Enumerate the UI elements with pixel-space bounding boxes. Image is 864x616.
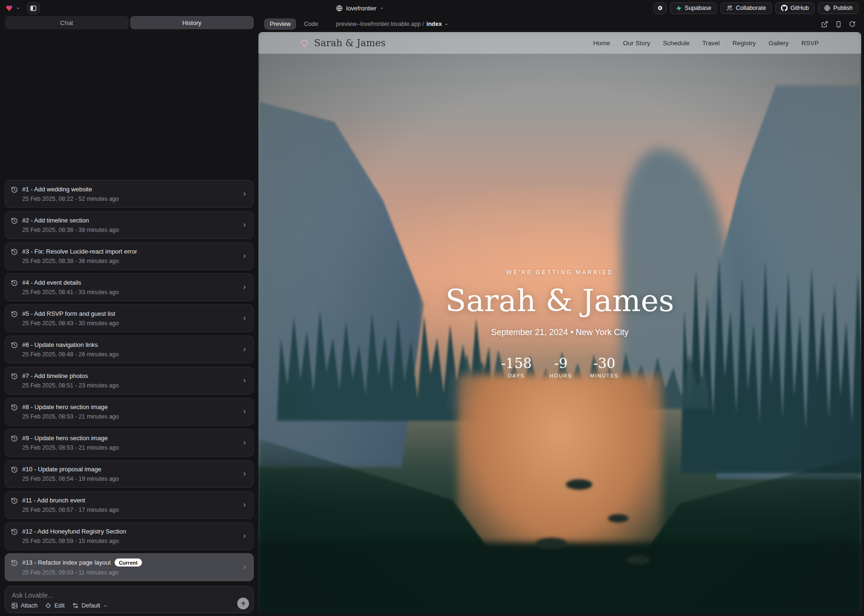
chevron-down-icon	[444, 22, 449, 26]
history-list-item[interactable]: #13 - Refactor index page layout Current…	[5, 553, 254, 581]
supabase-button[interactable]: Supabase	[670, 2, 717, 14]
github-icon	[781, 5, 788, 11]
project-switcher[interactable]: lovefrontier	[336, 0, 384, 16]
chevron-right-icon	[241, 502, 248, 508]
ask-lovable-input[interactable]	[12, 590, 225, 600]
history-item-timestamp: 25 Feb 2025, 08:53 - 21 minutes ago	[22, 413, 237, 420]
tab-chat[interactable]: Chat	[5, 16, 129, 29]
countdown-item: -30 MINUTES	[590, 355, 619, 378]
sidebar-toggle-button[interactable]	[27, 2, 40, 14]
site-brand[interactable]: Sarah & James	[301, 37, 386, 49]
chat-history-panel: Chat History #1 - Add wedding website 25…	[0, 16, 258, 616]
website-preview-frame: Sarah & James HomeOur StoryScheduleTrave…	[258, 32, 861, 613]
site-nav-link[interactable]: Our Story	[623, 40, 650, 47]
chevron-right-icon	[241, 533, 248, 539]
hero-content: WE'RE GETTING MARRIED Sarah & James Sept…	[446, 269, 674, 378]
history-list-item[interactable]: #10 - Update proposal image 25 Feb 2025,…	[5, 460, 254, 488]
history-item-timestamp: 25 Feb 2025, 08:53 - 21 minutes ago	[22, 444, 237, 451]
site-nav-link[interactable]: Schedule	[663, 40, 690, 47]
history-list-item[interactable]: #4 - Add event details 25 Feb 2025, 08:4…	[5, 273, 254, 301]
edit-button[interactable]: Edit	[45, 602, 65, 609]
history-list-item[interactable]: #1 - Add wedding website 25 Feb 2025, 08…	[5, 180, 254, 208]
publish-button[interactable]: Publish	[818, 2, 858, 14]
history-list-item[interactable]: #6 - Update navigation links 25 Feb 2025…	[5, 336, 254, 363]
tab-preview[interactable]: Preview	[264, 18, 296, 30]
chevron-right-icon	[241, 564, 248, 570]
publish-globe-icon	[824, 5, 831, 11]
history-item-body: #8 - Update hero section image 25 Feb 20…	[22, 403, 237, 420]
preview-panel: Preview Code preview--lovefrontier.lovab…	[258, 16, 864, 616]
history-item-title: #12 - Add Honeyfund Registry Section	[22, 528, 126, 535]
site-nav-link[interactable]: Gallery	[768, 40, 789, 47]
history-icon	[11, 404, 18, 411]
history-item-body: #1 - Add wedding website 25 Feb 2025, 08…	[22, 186, 237, 202]
github-button[interactable]: GitHub	[775, 2, 814, 14]
history-item-timestamp: 25 Feb 2025, 08:59 - 15 minutes ago	[22, 538, 237, 544]
history-list-item[interactable]: #2 - Add timeline section 25 Feb 2025, 0…	[5, 211, 254, 239]
site-nav-link[interactable]: Travel	[702, 40, 720, 47]
countdown-item: -158 DAYS	[501, 355, 532, 378]
chevron-right-icon	[241, 346, 248, 353]
hero-title: Sarah & James	[446, 283, 674, 318]
history-item-timestamp: 25 Feb 2025, 09:03 - 11 minutes ago	[22, 569, 237, 576]
open-external-icon[interactable]	[821, 21, 828, 28]
chevron-right-icon	[241, 315, 248, 321]
history-icon	[11, 311, 18, 318]
tab-code[interactable]: Code	[298, 18, 324, 30]
send-button[interactable]	[237, 598, 249, 609]
site-nav-link[interactable]: Registry	[732, 40, 756, 47]
locate-icon	[45, 602, 51, 609]
preview-url-base: preview--lovefrontier.lovable.app /	[336, 21, 424, 27]
history-list-item[interactable]: #3 - Fix: Resolve Lucide-react import er…	[5, 242, 254, 270]
edit-label: Edit	[54, 602, 65, 609]
hero-countdown: -158 DAYS -9 HOURS -30 MINUTES	[446, 355, 674, 378]
mode-select[interactable]: Default	[72, 602, 108, 609]
site-nav-link[interactable]: RSVP	[801, 40, 819, 47]
history-item-title: #7 - Add timeline photos	[22, 372, 88, 379]
attach-label: Attach	[21, 602, 37, 609]
history-list-item[interactable]: #12 - Add Honeyfund Registry Section 25 …	[5, 522, 254, 550]
history-list-item[interactable]: #11 - Add brunch event 25 Feb 2025, 08:5…	[5, 491, 254, 519]
panel-tabs: Chat History	[5, 16, 254, 29]
history-item-timestamp: 25 Feb 2025, 08:43 - 30 minutes ago	[22, 320, 237, 327]
history-item-title: #1 - Add wedding website	[22, 186, 92, 193]
history-list-item[interactable]: #8 - Update hero section image 25 Feb 20…	[5, 398, 254, 426]
github-label: GitHub	[790, 5, 809, 11]
countdown-item: -9 HOURS	[549, 355, 572, 378]
mobile-view-icon[interactable]	[835, 21, 842, 28]
history-item-title: #2 - Add timeline section	[22, 217, 89, 224]
history-item-title: #5 - Add RSVP form and guest list	[22, 310, 115, 317]
history-list-item[interactable]: #7 - Add timeline photos 25 Feb 2025, 08…	[5, 367, 254, 394]
attach-button[interactable]: Attach	[11, 602, 37, 609]
tab-history[interactable]: History	[130, 16, 254, 29]
chevron-right-icon	[241, 191, 248, 197]
history-icon	[11, 435, 18, 442]
history-list-item[interactable]: #5 - Add RSVP form and guest list 25 Feb…	[5, 304, 254, 332]
history-item-body: #11 - Add brunch event 25 Feb 2025, 08:5…	[22, 497, 237, 513]
collaborate-button[interactable]: Collaborate	[721, 2, 772, 14]
lovable-logo-menu[interactable]	[6, 4, 20, 12]
history-item-title: #10 - Update proposal image	[22, 466, 101, 473]
site-nav-link[interactable]: Home	[593, 40, 610, 47]
history-item-timestamp: 25 Feb 2025, 08:51 - 23 minutes ago	[22, 382, 237, 389]
chevron-right-icon	[241, 471, 248, 477]
gear-icon	[656, 5, 663, 11]
history-item-title: #13 - Refactor index page layout	[22, 559, 111, 566]
history-icon	[11, 248, 18, 255]
preview-url[interactable]: preview--lovefrontier.lovable.app / inde…	[336, 21, 449, 27]
history-icon	[11, 528, 18, 535]
history-item-timestamp: 25 Feb 2025, 08:48 - 26 minutes ago	[22, 351, 237, 358]
settings-button[interactable]	[654, 2, 666, 14]
history-icon	[11, 497, 18, 504]
chevron-right-icon	[241, 253, 248, 259]
history-item-body: #10 - Update proposal image 25 Feb 2025,…	[22, 466, 237, 482]
history-icon	[11, 342, 18, 349]
history-list-item[interactable]: #9 - Update hero section image 25 Feb 20…	[5, 429, 254, 457]
history-icon	[11, 217, 18, 224]
history-icon	[11, 186, 18, 193]
site-header: Sarah & James HomeOur StoryScheduleTrave…	[258, 32, 861, 54]
history-item-body: #9 - Update hero section image 25 Feb 20…	[22, 435, 237, 451]
history-item-timestamp: 25 Feb 2025, 08:54 - 19 minutes ago	[22, 476, 237, 482]
chevron-right-icon	[241, 440, 248, 446]
refresh-icon[interactable]	[849, 21, 856, 27]
